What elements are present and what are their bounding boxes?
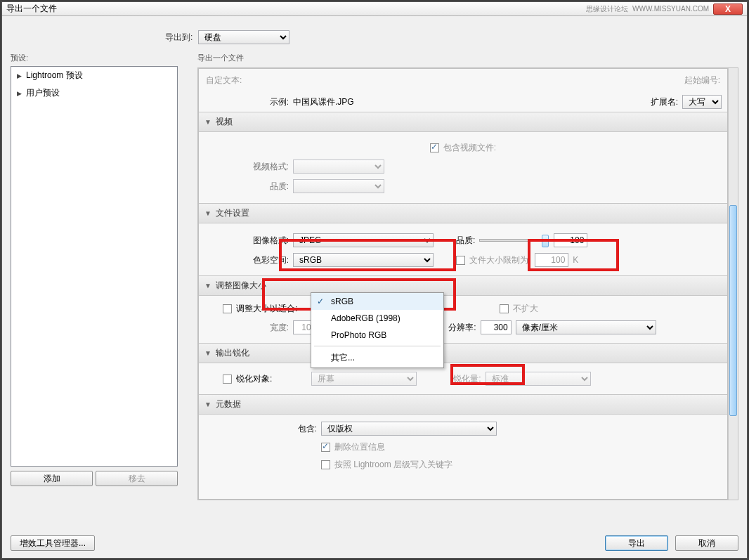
- resize-fit-checkbox[interactable]: [223, 304, 232, 313]
- close-icon: X: [725, 4, 731, 14]
- image-format-select[interactable]: JPEG: [293, 233, 434, 247]
- chevron-down-icon: ▼: [204, 349, 211, 357]
- export-dialog: 导出一个文件 思缘设计论坛 WWW.MISSYUAN.COM X 导出到: 硬盘…: [1, 1, 748, 559]
- scrollbar-thumb[interactable]: [729, 205, 737, 416]
- sharpen-amount-label: 锐化量:: [453, 373, 481, 385]
- preset-item-label: Lightroom 预设: [26, 70, 83, 82]
- quality-slider[interactable]: [479, 239, 549, 242]
- color-space-dropdown-popup: sRGB AdobeRGB (1998) ProPhoto RGB 其它...: [311, 292, 444, 368]
- section-file-settings-header[interactable]: ▼ 文件设置: [199, 203, 727, 223]
- section-video-header[interactable]: ▼ 视频: [199, 112, 727, 132]
- dropdown-option-prophoto[interactable]: ProPhoto RGB: [311, 327, 443, 344]
- section-sharpen-label: 输出锐化: [216, 347, 249, 359]
- vertical-scrollbar[interactable]: [728, 68, 738, 500]
- section-video-label: 视频: [216, 116, 233, 128]
- watermark-text-1: 思缘设计论坛: [586, 4, 628, 14]
- preset-item-user[interactable]: ▶ 用户预设: [11, 84, 177, 102]
- quality-label: 品质:: [456, 235, 475, 247]
- dropdown-separator: [314, 346, 441, 346]
- color-space-label: 色彩空间:: [204, 254, 289, 266]
- chevron-down-icon: ▼: [204, 282, 211, 289]
- metadata-include-label: 包含:: [204, 423, 317, 435]
- chevron-down-icon: ▼: [204, 118, 211, 126]
- slider-knob[interactable]: [542, 235, 549, 247]
- titlebar: 导出一个文件 思缘设计论坛 WWW.MISSYUAN.COM X: [2, 2, 747, 16]
- limit-filesize-label: 文件大小限制为:: [469, 254, 530, 266]
- export-to-select[interactable]: 硬盘: [198, 30, 289, 44]
- chevron-right-icon: ▶: [17, 90, 22, 97]
- video-quality-select: [293, 179, 384, 193]
- preset-label: 预设:: [11, 51, 178, 65]
- preset-add-button[interactable]: 添加: [11, 471, 93, 486]
- include-video-label: 包含视频文件:: [443, 142, 496, 154]
- limit-filesize-unit: K: [573, 255, 578, 265]
- extension-label: 扩展名:: [651, 96, 678, 108]
- section-resize-label: 调整图像大小: [216, 280, 266, 292]
- cancel-button[interactable]: 取消: [675, 535, 738, 551]
- section-metadata-label: 元数据: [216, 398, 241, 410]
- sharpen-target-select: 屏幕: [311, 372, 417, 386]
- settings-scroll-area: 自定文本: 起始编号: 示例: 中国风课件.JPG 扩展名: 大写 ▼: [197, 67, 738, 500]
- section-file-settings-label: 文件设置: [216, 207, 249, 219]
- video-format-label: 视频格式:: [204, 161, 289, 173]
- preset-tree[interactable]: ▶ Lightroom 预设 ▶ 用户预设: [11, 66, 178, 467]
- resolution-label: 分辨率:: [448, 322, 476, 334]
- right-panel-header: 导出一个文件: [197, 51, 738, 67]
- resize-fit-label: 调整大小以适合:: [236, 303, 297, 315]
- image-format-label: 图像格式:: [204, 235, 289, 247]
- preset-item-lightroom[interactable]: ▶ Lightroom 预设: [11, 67, 177, 84]
- example-label: 示例:: [204, 96, 289, 108]
- sharpen-amount-select: 标准: [486, 372, 591, 386]
- no-enlarge-label: 不扩大: [513, 303, 538, 315]
- section-metadata-header[interactable]: ▼ 元数据: [199, 394, 727, 415]
- example-value: 中国风课件.JPG: [293, 96, 354, 108]
- no-enlarge-checkbox[interactable]: [500, 304, 509, 313]
- video-format-select: [293, 159, 384, 174]
- watermark-text-2: WWW.MISSYUAN.COM: [632, 5, 709, 13]
- chevron-right-icon: ▶: [17, 72, 22, 79]
- remove-location-label: 删除位置信息: [334, 441, 385, 453]
- plugin-manager-button[interactable]: 增效工具管理器...: [11, 535, 95, 551]
- color-space-select[interactable]: sRGB: [293, 253, 434, 267]
- extension-select[interactable]: 大写: [682, 95, 722, 109]
- limit-filesize-input: [535, 253, 568, 267]
- window-title: 导出一个文件: [6, 3, 57, 15]
- video-quality-label: 品质:: [204, 181, 289, 193]
- width-label: 宽度:: [204, 322, 289, 334]
- remove-location-checkbox[interactable]: [321, 443, 330, 452]
- sharpen-checkbox[interactable]: [223, 375, 232, 384]
- chevron-down-icon: ▼: [204, 209, 211, 217]
- include-video-checkbox[interactable]: [430, 143, 439, 152]
- preset-remove-button[interactable]: 移去: [96, 471, 178, 486]
- fade-overlay: [199, 486, 717, 499]
- preset-item-label: 用户预设: [26, 87, 60, 99]
- start-number-label: 起始编号:: [684, 75, 720, 85]
- limit-filesize-checkbox[interactable]: [456, 256, 465, 265]
- section-sharpen-header[interactable]: ▼ 输出锐化: [199, 343, 727, 363]
- chevron-down-icon: ▼: [204, 401, 211, 408]
- metadata-include-select[interactable]: 仅版权: [321, 422, 497, 436]
- dropdown-option-adobergb[interactable]: AdobeRGB (1998): [311, 310, 443, 327]
- section-resize-header[interactable]: ▼ 调整图像大小: [199, 275, 727, 296]
- dropdown-option-srgb[interactable]: sRGB: [311, 293, 443, 310]
- write-keywords-label: 按照 Lightroom 层级写入关键字: [334, 459, 452, 471]
- custom-text-label: 自定文本:: [206, 75, 242, 85]
- resolution-input[interactable]: [481, 320, 512, 334]
- sharpen-target-label: 锐化对象:: [236, 373, 272, 385]
- quality-input[interactable]: [554, 233, 587, 247]
- resolution-unit-select[interactable]: 像素/厘米: [516, 320, 656, 334]
- write-keywords-checkbox[interactable]: [321, 460, 330, 469]
- close-button[interactable]: X: [713, 4, 743, 15]
- export-button[interactable]: 导出: [605, 535, 668, 551]
- export-to-label: 导出到:: [165, 32, 193, 44]
- dropdown-option-other[interactable]: 其它...: [311, 349, 443, 367]
